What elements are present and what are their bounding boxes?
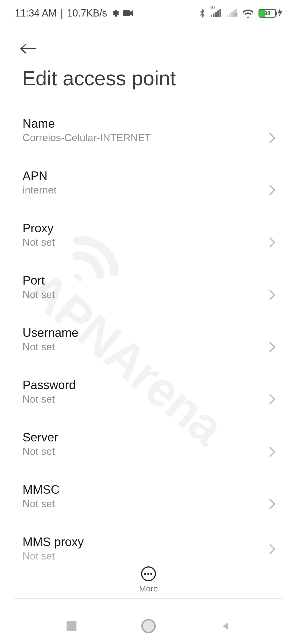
field-value: internet	[23, 184, 274, 196]
field-label: Name	[23, 117, 274, 130]
field-label: MMS proxy	[23, 535, 274, 549]
field-value: Not set	[23, 341, 274, 353]
status-time: 11:34 AM	[15, 7, 57, 19]
app-bar	[0, 31, 297, 67]
chevron-right-icon	[268, 341, 277, 350]
field-value: Not set	[23, 498, 274, 510]
nav-back-button[interactable]	[217, 618, 234, 634]
field-apn[interactable]: APN internet	[23, 162, 274, 215]
system-nav-bar	[0, 608, 297, 644]
nav-home-button[interactable]	[140, 618, 157, 634]
chevron-right-icon	[268, 393, 277, 402]
chevron-right-icon	[268, 543, 277, 552]
chevron-right-icon	[268, 236, 277, 245]
field-mms-proxy[interactable]: MMS proxy Not set	[23, 528, 274, 567]
field-value: Not set	[23, 237, 274, 248]
battery-indicator: 38	[258, 8, 282, 19]
nav-recents-button[interactable]	[63, 618, 80, 634]
chevron-right-icon	[268, 498, 277, 507]
field-label: Proxy	[23, 221, 274, 235]
field-label: MMSC	[23, 483, 274, 496]
svg-rect-3	[215, 12, 217, 17]
svg-rect-6	[227, 15, 228, 17]
status-separator: |	[61, 7, 63, 19]
svg-rect-0	[123, 10, 130, 16]
field-value: Not set	[23, 550, 274, 562]
field-label: Server	[23, 430, 274, 444]
field-value: Not set	[23, 394, 274, 405]
chevron-right-icon	[268, 184, 277, 193]
charging-icon	[278, 8, 282, 19]
signal-sim1-icon: 4G	[211, 9, 222, 17]
svg-rect-8	[231, 12, 233, 17]
settings-list: Name Correios-Celular-INTERNET APN inter…	[0, 110, 297, 567]
more-icon	[141, 566, 156, 581]
field-label: Username	[23, 326, 274, 340]
status-bar: 11:34 AM | 10.7KB/s 4G 38	[0, 0, 297, 26]
field-username[interactable]: Username Not set	[23, 319, 274, 372]
field-value: Correios-Celular-INTERNET	[23, 132, 274, 144]
field-password[interactable]: Password Not set	[23, 372, 274, 424]
field-label: APN	[23, 169, 274, 183]
field-name[interactable]: Name Correios-Celular-INTERNET	[23, 110, 274, 162]
chevron-right-icon	[268, 289, 277, 298]
svg-rect-7	[229, 13, 230, 17]
field-proxy[interactable]: Proxy Not set	[23, 215, 274, 267]
gear-icon	[111, 9, 119, 17]
field-value: Not set	[23, 446, 274, 457]
status-data-rate: 10.7KB/s	[67, 7, 107, 19]
field-label: Password	[23, 378, 274, 392]
svg-rect-1	[211, 15, 212, 17]
svg-rect-2	[213, 13, 215, 17]
svg-rect-5	[219, 9, 221, 17]
chevron-right-icon	[268, 132, 277, 141]
field-server[interactable]: Server Not set	[23, 424, 274, 476]
field-value: Not set	[23, 289, 274, 301]
svg-rect-4	[217, 10, 219, 17]
chevron-right-icon	[268, 446, 277, 454]
more-label: More	[139, 584, 158, 593]
signal-sim2-icon	[227, 9, 238, 17]
field-port[interactable]: Port Not set	[23, 267, 274, 319]
back-button[interactable]	[20, 40, 37, 58]
field-label: Port	[23, 274, 274, 287]
wifi-icon	[243, 9, 254, 18]
page-title: Edit access point	[22, 67, 176, 90]
bluetooth-icon	[199, 8, 206, 18]
more-button[interactable]: More	[139, 566, 158, 593]
video-camera-icon	[123, 10, 133, 17]
bottom-action-bar: More	[14, 566, 283, 599]
field-mmsc[interactable]: MMSC Not set	[23, 476, 274, 528]
